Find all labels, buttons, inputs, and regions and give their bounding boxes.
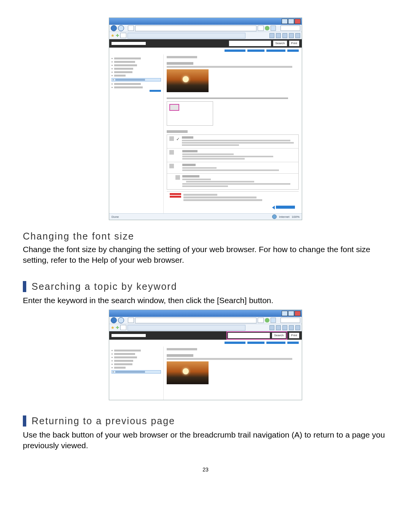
- favorites-icon[interactable]: ★: [111, 33, 115, 38]
- print-icon[interactable]: [282, 33, 287, 38]
- search-engine-box[interactable]: [280, 26, 300, 31]
- refresh-button[interactable]: [258, 318, 264, 323]
- article-title: [167, 348, 197, 350]
- top-link[interactable]: [276, 206, 295, 209]
- toolbar-icons: [269, 325, 300, 330]
- home-icon[interactable]: [269, 325, 274, 330]
- table-row: [167, 149, 298, 162]
- content-area: [109, 347, 302, 400]
- sidebar-item[interactable]: [112, 61, 161, 63]
- search-highlight: Search: [226, 331, 287, 340]
- sidebar-item[interactable]: [112, 83, 161, 85]
- sidebar-item-selected[interactable]: [112, 78, 161, 81]
- sidebar-item[interactable]: [112, 68, 161, 70]
- address-bar[interactable]: [135, 318, 256, 323]
- page-bottom-link: [167, 203, 299, 212]
- check-icon: ✓: [176, 137, 180, 141]
- article-text: [167, 358, 292, 360]
- forward-button[interactable]: [118, 317, 124, 323]
- heading-return: Returning to a previous page: [23, 415, 388, 427]
- highlighted-zoom-icon: [169, 104, 179, 111]
- refresh-button[interactable]: [258, 26, 264, 31]
- row-title: [182, 175, 199, 177]
- page-viewport: Search Print: [109, 331, 302, 400]
- forward-button[interactable]: [118, 25, 124, 31]
- go-button[interactable]: [265, 26, 269, 30]
- maximize-button[interactable]: [288, 19, 294, 24]
- status-done: Done: [112, 215, 119, 219]
- search-input[interactable]: [229, 40, 271, 46]
- main-content: [164, 347, 302, 400]
- window-buttons: [282, 311, 301, 316]
- go-button[interactable]: [265, 318, 269, 323]
- search-input[interactable]: [228, 332, 270, 339]
- sidebar-item[interactable]: [112, 363, 161, 365]
- add-favorite-icon[interactable]: ✚: [116, 33, 119, 38]
- page-menu-icon[interactable]: [289, 33, 294, 38]
- sidebar-item[interactable]: [112, 356, 161, 358]
- row-icon: [169, 164, 174, 168]
- nav-link[interactable]: [287, 342, 299, 344]
- paragraph-font-size: Change the font size by changing the set…: [23, 244, 388, 266]
- page-viewport: Search Print: [109, 39, 302, 220]
- paragraph-search: Enter the keyword in the search window, …: [23, 295, 388, 306]
- tools-icon[interactable]: [295, 325, 300, 330]
- info-table: ✓: [167, 134, 299, 190]
- browser-tab[interactable]: [127, 325, 245, 331]
- sidebar-item[interactable]: [112, 71, 161, 73]
- favorites-icon[interactable]: ★: [111, 325, 115, 330]
- row-icon: [175, 175, 180, 180]
- site-header: Search Print: [109, 331, 302, 340]
- sidebar-item[interactable]: [112, 75, 161, 77]
- search-engine-box[interactable]: [280, 318, 300, 323]
- window-titlebar: [109, 18, 302, 25]
- nav-link[interactable]: [247, 50, 264, 52]
- print-icon[interactable]: [282, 325, 287, 330]
- nav-link[interactable]: [287, 50, 299, 52]
- nav-link[interactable]: [266, 342, 285, 344]
- sidebar-sublink[interactable]: [112, 90, 161, 92]
- sidebar-item[interactable]: [112, 367, 161, 369]
- heading-font-size: Changing the font size: [23, 231, 388, 242]
- feed-icon[interactable]: [276, 325, 281, 330]
- window-titlebar: [109, 310, 302, 317]
- tools-icon[interactable]: [295, 33, 300, 38]
- sidebar-item[interactable]: [112, 350, 161, 351]
- nav-link[interactable]: [225, 50, 245, 52]
- navigation-toolbar: [109, 25, 302, 32]
- print-button[interactable]: Print: [289, 40, 299, 46]
- top-nav-links: [109, 48, 302, 54]
- address-bar[interactable]: [135, 26, 256, 31]
- home-icon[interactable]: [269, 33, 274, 38]
- sidebar-item[interactable]: [112, 86, 161, 88]
- nav-link[interactable]: [266, 50, 285, 52]
- row-icon: [169, 150, 174, 155]
- stop-button[interactable]: [271, 318, 276, 323]
- tab-icon: [120, 325, 126, 330]
- browser-tab[interactable]: [127, 33, 245, 38]
- search-button[interactable]: Search: [272, 332, 286, 339]
- sidebar-item[interactable]: [112, 64, 161, 66]
- nav-link[interactable]: [225, 342, 245, 344]
- sidebar-item[interactable]: [112, 58, 161, 59]
- page-menu-icon[interactable]: [289, 325, 294, 330]
- back-button[interactable]: [111, 317, 117, 323]
- nav-link[interactable]: [247, 342, 264, 344]
- minimize-button[interactable]: [282, 19, 288, 24]
- back-button[interactable]: [111, 25, 117, 31]
- add-favorite-icon[interactable]: ✚: [116, 325, 119, 330]
- search-button[interactable]: Search: [273, 40, 287, 46]
- feed-icon[interactable]: [276, 33, 281, 38]
- minimize-button[interactable]: [282, 311, 288, 316]
- print-button[interactable]: Print: [289, 332, 299, 339]
- stop-button[interactable]: [271, 26, 276, 31]
- sidebar-item[interactable]: [112, 353, 161, 355]
- close-button[interactable]: [295, 19, 301, 24]
- maximize-button[interactable]: [288, 311, 294, 316]
- sidebar-item-selected[interactable]: [112, 370, 161, 374]
- site-logo: [112, 334, 146, 337]
- sidebar-item[interactable]: [112, 360, 161, 362]
- tab-toolbar: ★ ✚: [109, 32, 302, 39]
- site-logo: [112, 42, 146, 45]
- close-button[interactable]: [295, 311, 301, 316]
